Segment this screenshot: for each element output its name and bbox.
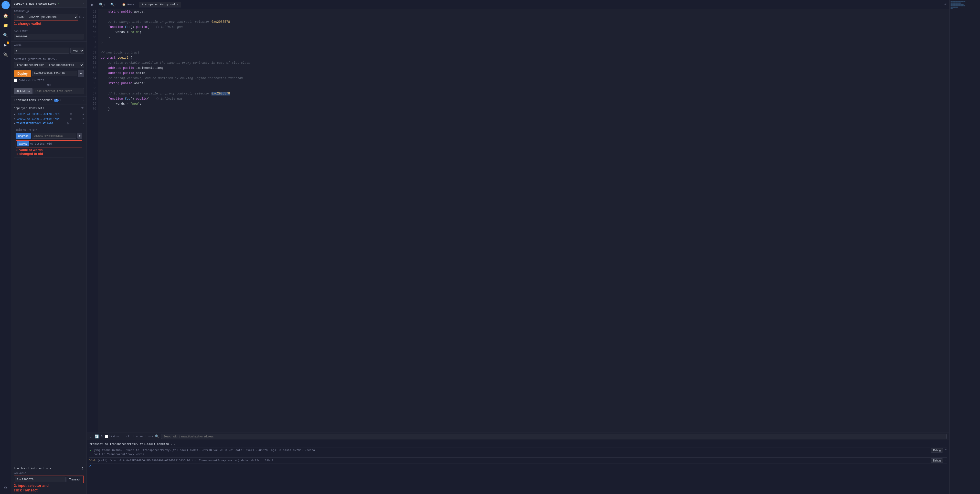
console-search-input[interactable] [161, 434, 947, 439]
code-line-63: address public admin; [101, 71, 947, 76]
gas-limit-label: GAS LIMIT [14, 30, 84, 33]
listen-row: listen on all transactions [105, 435, 153, 438]
editor-expand-btn[interactable]: ⤢ [944, 3, 947, 6]
more-icon[interactable]: ⋮ [81, 467, 84, 470]
logic2-close-icon[interactable]: ✕ [83, 117, 84, 120]
at-address-button[interactable]: At Address [14, 88, 32, 94]
deploy-addr-input[interactable] [32, 71, 77, 76]
annotation-transact: 2. input selector andclick Transact [14, 483, 84, 492]
contract-select[interactable]: TransparentProxy - TransparentProx [14, 62, 84, 68]
external-link-icon[interactable]: ↗ [82, 15, 84, 19]
debug-button-2[interactable]: Debug [931, 458, 943, 463]
zoom-out-btn[interactable]: 🔍- [109, 2, 118, 7]
gas-limit-input[interactable] [14, 34, 84, 40]
editor-toolbar: ▶ 🔍+ 🔍- 🏠 Home TransparentProxy.sol ✕ ⤢ [87, 0, 949, 9]
account-label: ACCOUNT ℹ [14, 10, 84, 13]
proxy-expand[interactable]: ▼ [14, 122, 15, 125]
logic1-close-icon[interactable]: ✕ [83, 113, 84, 116]
logic1-expand[interactable]: ▶ [14, 113, 15, 116]
home-icon[interactable]: 🏠 [2, 12, 10, 20]
value-label: VALUE [14, 44, 84, 46]
tab-close-icon[interactable]: ✕ [177, 3, 178, 6]
trash-icon[interactable]: 🗑 [81, 106, 84, 110]
transactions-row[interactable]: Transactions recorded 6 ℹ › [11, 97, 86, 105]
logo: R [2, 2, 10, 10]
expand-msg-icon[interactable]: ▾ [945, 448, 947, 451]
code-line-53: // to change state variable in proxy con… [101, 19, 947, 25]
code-line-57: } [101, 40, 947, 45]
calldata-input[interactable] [15, 477, 65, 482]
console-clear-btn[interactable]: 🔃 [94, 434, 99, 438]
publish-ipfs-checkbox[interactable] [14, 79, 17, 82]
low-level-header: Low level interactions ⋮ [14, 467, 84, 470]
code-line-51: string public words; [101, 9, 947, 14]
zoom-in-btn[interactable]: 🔍+ [97, 2, 107, 7]
listen-label: listen on all transactions [109, 435, 153, 438]
contract-section: CONTRACT (Compiled by Remix) Transparent… [11, 56, 86, 97]
search-icon[interactable]: 🔍 [2, 31, 10, 40]
deploy-panel: DEPLOY & RUN TRANSACTIONS ✓ › ACCOUNT ℹ … [11, 0, 87, 494]
deploy-chevron-btn[interactable]: ▾ [78, 70, 84, 77]
load-contract-input[interactable] [33, 88, 84, 94]
account-section: ACCOUNT ℹ 0xAb8...35cb2 (99.999999 ⎘ ↗ 1… [11, 8, 86, 28]
upgrade-chevron[interactable]: ▾ [77, 133, 82, 139]
tab-file-label: TransparentProxy.sol [142, 3, 175, 6]
unit-select[interactable]: Wei [70, 48, 84, 54]
listen-checkbox[interactable] [105, 435, 108, 438]
account-select[interactable]: 0xAb8...35cb2 (99.999999 [14, 14, 78, 21]
gas-limit-section: GAS LIMIT [11, 28, 86, 42]
contract-item-proxy: ▼ TRANSPARENTPROXY AT 0XD7 ⎘ ✕ [14, 121, 84, 125]
contract-item-logic2: ▶ LOGIC2 AT 0XF8E...9FBE8 (MEM ⎘ ✕ [14, 116, 84, 121]
at-address-row: At Address [14, 88, 84, 94]
proxy-close-icon[interactable]: ✕ [83, 122, 84, 125]
transactions-expand-arrow[interactable]: › [82, 98, 84, 102]
code-line-55: words = "old"; [101, 30, 947, 35]
or-divider: OR [14, 83, 84, 86]
calldata-row: Transact [14, 476, 84, 483]
deploy-icon[interactable]: ▶ 1 [2, 41, 10, 49]
console-toolbar: ⇣ 🔃 0 listen on all transactions 🔍 [87, 433, 949, 440]
words-button[interactable]: words [17, 141, 29, 146]
logic2-copy-icon[interactable]: ⎘ [70, 118, 72, 120]
tab-home[interactable]: 🏠 Home [119, 2, 137, 7]
line-numbers: 5152535455 5657585960 6162636465 6667686… [87, 9, 98, 432]
copy-icon[interactable]: ⎘ [80, 15, 81, 19]
publish-ipfs-row: Publish to IPFS [14, 79, 84, 82]
deploy-button[interactable]: Deploy [14, 70, 31, 77]
icon-sidebar: R 🏠 📁 🔍 ▶ 1 🔌 ⚙ [0, 0, 11, 494]
call-msg-content: [call] from: 0xAb8483F64d9C6d1EcF9b849Ae… [97, 458, 929, 463]
logic2-name: LOGIC2 AT 0XF8E...9FBE8 (MEM [16, 118, 59, 120]
words-btn-row: words 0: string: old [16, 140, 82, 148]
search-console-icon[interactable]: 🔍 [155, 434, 159, 438]
transactions-badge: 6 [54, 99, 59, 102]
code-line-58 [101, 45, 947, 50]
low-level-label: Low level interactions [14, 467, 51, 470]
logic1-copy-icon[interactable]: ⎘ [70, 113, 72, 116]
panel-expand-btn[interactable]: › [82, 2, 84, 5]
plugin-icon[interactable]: 🔌 [2, 51, 10, 59]
files-icon[interactable]: 📁 [2, 22, 10, 30]
upgrade-input[interactable] [32, 133, 76, 139]
deploy-header: DEPLOY & RUN TRANSACTIONS ✓ › [11, 0, 86, 8]
play-btn[interactable]: ▶ [89, 2, 95, 7]
console-area: ⇣ 🔃 0 listen on all transactions 🔍 trans… [87, 432, 949, 494]
console-count: 0 [101, 435, 103, 438]
code-line-59: // new logic contract [101, 50, 947, 55]
debug-button-1[interactable]: Debug [931, 448, 943, 453]
logic2-expand[interactable]: ▶ [14, 117, 15, 120]
tab-file[interactable]: TransparentProxy.sol ✕ [139, 2, 181, 8]
expand-call-icon[interactable]: ▾ [945, 458, 947, 462]
deployed-label: Deployed Contracts [14, 107, 44, 110]
minimap: ████████████████████████ ███████████████… [950, 0, 980, 494]
settings-icon[interactable]: ⚙ [2, 484, 10, 492]
transact-button[interactable]: Transact [67, 477, 83, 482]
code-line-65: string public words; [101, 81, 947, 86]
upgrade-button[interactable]: upgrade [16, 133, 31, 139]
notification-badge: 1 [6, 41, 9, 44]
console-collapse-btn[interactable]: ⇣ [89, 434, 92, 438]
value-input[interactable] [14, 48, 69, 54]
proxy-copy-icon[interactable]: ⎘ [67, 122, 68, 125]
deployed-header: Deployed Contracts 🗑 [14, 106, 84, 110]
account-info-icon[interactable]: ℹ [25, 10, 29, 13]
info-icon: ℹ [60, 99, 60, 102]
